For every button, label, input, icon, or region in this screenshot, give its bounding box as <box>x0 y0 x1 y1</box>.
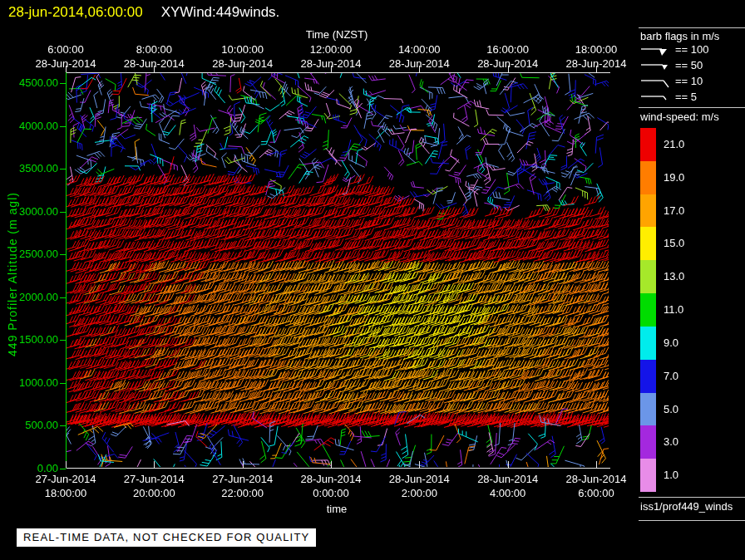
barb-legend-label: == 5 <box>675 91 697 103</box>
colorbar-label: 17.0 <box>664 204 684 217</box>
timestamp: 28-jun-2014,06:00:00 <box>8 4 143 20</box>
top-axis-time: 14:00:00 <box>373 42 465 56</box>
bottom-axis-date: 28-Jun-2014 <box>285 472 377 486</box>
colorbar-segment <box>640 459 656 492</box>
bottom-axis-label: 27-Jun-201420:00:00 <box>108 472 200 500</box>
colorbar-segment <box>640 161 656 194</box>
half-tick-icon <box>640 90 670 104</box>
top-axis-date: 28-Jun-2014 <box>373 56 465 71</box>
colorbar-segment <box>640 227 656 260</box>
bottom-axis-label: 28-Jun-20146:00:00 <box>550 472 642 500</box>
altitude-tick <box>60 126 66 127</box>
colorbar-label: 11.0 <box>664 303 683 316</box>
panel-divider-source-top <box>639 497 745 498</box>
top-axis-label: 14:00:0028-Jun-2014 <box>373 42 465 71</box>
altitude-tick <box>60 297 66 298</box>
colorbar-segment <box>640 128 656 161</box>
bottom-axis-label: 28-Jun-20142:00:00 <box>373 472 465 500</box>
colorbar-segment <box>640 293 656 327</box>
altitude-tick <box>60 254 66 255</box>
altitude-tick <box>60 212 66 213</box>
pennant-small-icon <box>640 58 670 72</box>
colorbar-label: 5.0 <box>664 403 678 415</box>
bottom-axis-time: 0:00:00 <box>285 486 377 500</box>
colorbar-label: 19.0 <box>664 171 684 184</box>
bottom-axis-time: 6:00:00 <box>550 486 642 500</box>
top-axis-time: 16:00:00 <box>462 42 554 56</box>
top-axis-date: 28-Jun-2014 <box>462 56 554 71</box>
data-source-label: iss1/prof449_winds <box>640 500 733 513</box>
top-axis-time: 12:00:00 <box>285 42 377 56</box>
bottom-axis-date: 28-Jun-2014 <box>550 472 642 486</box>
top-axis-title: Time (NZST) <box>279 28 395 41</box>
barb-legend-title: barb flags in m/s <box>640 30 719 42</box>
header: 28-jun-2014,06:00:00XYWind:449winds. <box>8 4 279 21</box>
colorbar-label: 1.0 <box>664 469 678 481</box>
colorbar-label: 13.0 <box>664 270 684 282</box>
top-axis-label: 12:00:0028-Jun-2014 <box>285 42 377 71</box>
top-axis-label: 6:00:0028-Jun-2014 <box>20 42 111 71</box>
top-axis-label: 10:00:0028-Jun-2014 <box>197 42 289 71</box>
top-axis-label: 16:00:0028-Jun-2014 <box>462 42 554 71</box>
colorbar-segment <box>640 194 656 228</box>
colorbar-segment <box>640 393 656 426</box>
top-axis-date: 28-Jun-2014 <box>108 56 200 71</box>
bottom-axis-time: 20:00:00 <box>108 486 200 500</box>
top-axis-time: 8:00:00 <box>108 42 200 56</box>
top-axis-line <box>66 72 610 73</box>
colorbar-segment <box>640 425 656 459</box>
bottom-axis-date: 27-Jun-2014 <box>197 472 289 486</box>
altitude-tick-label: 4000.00 <box>0 120 58 132</box>
altitude-tick-label: 500.00 <box>0 419 58 431</box>
bottom-axis-date: 27-Jun-2014 <box>20 472 111 486</box>
bottom-axis-label: 27-Jun-201422:00:00 <box>197 472 289 500</box>
bottom-axis-label: 28-Jun-20144:00:00 <box>462 472 554 500</box>
panel-divider-source-bottom <box>639 520 745 521</box>
top-axis-time: 18:00:00 <box>550 42 642 56</box>
panel-divider-top <box>639 27 745 28</box>
bottom-axis-time: 2:00:00 <box>373 486 465 500</box>
colorbar-segment <box>640 327 656 360</box>
bottom-axis-time: 4:00:00 <box>462 486 554 500</box>
top-axis-label: 8:00:0028-Jun-2014 <box>108 42 200 71</box>
top-axis-label: 18:00:0028-Jun-2014 <box>550 42 642 71</box>
altitude-tick <box>60 425 66 426</box>
altitude-tick <box>60 340 66 341</box>
colorbar-label: 3.0 <box>664 435 678 448</box>
altitude-tick <box>60 169 66 169</box>
colorbar-label: 7.0 <box>664 370 678 382</box>
top-axis-date: 28-Jun-2014 <box>285 56 377 71</box>
bottom-axis-label: 27-Jun-201418:00:00 <box>20 472 111 500</box>
bottom-axis-line <box>66 468 610 469</box>
colorbar-segment <box>640 360 656 393</box>
barb-legend-label: == 50 <box>675 59 703 71</box>
barb-legend-label: == 100 <box>675 43 709 56</box>
colorbar-title: wind-speed: m/s <box>640 111 719 123</box>
bottom-axis-date: 27-Jun-2014 <box>108 472 200 486</box>
colorbar-segment <box>640 260 656 293</box>
bottom-axis-tick <box>508 461 509 468</box>
bottom-axis-tick <box>419 461 420 468</box>
barb-legend-label: == 10 <box>675 75 703 87</box>
colorbar-label: 9.0 <box>664 336 678 349</box>
colorbar-label: 15.0 <box>664 237 684 249</box>
altitude-tick <box>60 83 66 84</box>
bottom-axis-tick <box>66 461 67 468</box>
bottom-axis-tick <box>154 461 155 468</box>
panel-divider-mid <box>639 107 745 108</box>
left-axis-line <box>66 72 67 469</box>
top-axis-time: 6:00:00 <box>20 42 111 56</box>
altitude-tick-label: 1000.00 <box>0 376 58 389</box>
barb-legend-row: == 100 <box>640 42 709 57</box>
altitude-tick-label: 4500.00 <box>0 76 58 89</box>
barb-legend-row: == 5 <box>640 89 697 105</box>
left-axis-title: 449 Profiler Altitude (m agl) <box>6 192 19 356</box>
bottom-axis-time: 18:00:00 <box>20 486 111 500</box>
altitude-tick-label: 3500.00 <box>0 162 58 174</box>
bottom-axis-tick <box>596 461 597 468</box>
bottom-axis-tick <box>331 461 332 468</box>
barb-legend-row: == 50 <box>640 57 703 73</box>
full-tick-icon <box>640 74 670 88</box>
bottom-axis-date: 28-Jun-2014 <box>462 472 554 486</box>
top-axis-date: 28-Jun-2014 <box>550 56 642 71</box>
